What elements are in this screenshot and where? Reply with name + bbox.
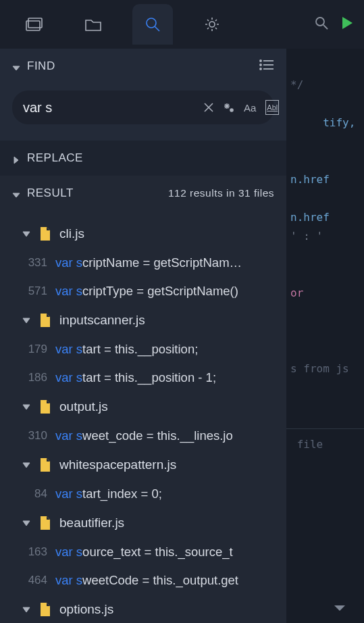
file-icon (39, 602, 51, 617)
svg-line-6 (323, 25, 328, 29)
panels-tab[interactable] (14, 4, 54, 45)
svg-marker-8 (13, 66, 20, 70)
search-tab[interactable] (132, 4, 173, 45)
svg-point-2 (147, 18, 156, 28)
svg-marker-24 (23, 521, 30, 526)
match-code: var start_index = 0; (55, 487, 286, 501)
svg-marker-19 (13, 193, 20, 197)
chevron-down-icon (22, 605, 31, 614)
match-row[interactable]: 179var start = this.__position; (0, 335, 286, 364)
svg-marker-7 (342, 17, 353, 29)
file-row[interactable]: inputscanner.js (0, 305, 286, 335)
svg-point-17 (230, 109, 233, 111)
match-row[interactable]: 331var scriptName = getScriptNam… (0, 249, 286, 277)
file-icon (39, 516, 51, 530)
line-number: 186 (22, 371, 47, 384)
svg-marker-18 (14, 157, 18, 164)
file-name: beautifier.js (59, 516, 124, 530)
find-input[interactable] (23, 100, 194, 116)
settings-tab[interactable] (192, 4, 232, 45)
find-header[interactable]: FIND (0, 49, 286, 84)
line-number: 84 (22, 487, 47, 501)
replace-label: REPLACE (27, 151, 83, 165)
match-code: var sweetCode = this._output.get (55, 573, 286, 588)
match-row[interactable]: 84var start_index = 0; (0, 480, 286, 508)
line-number: 571 (22, 284, 47, 298)
match-case-toggle[interactable]: Aa (244, 100, 256, 115)
line-number: 464 (22, 574, 47, 587)
find-label: FIND (27, 59, 55, 73)
svg-point-13 (260, 64, 261, 66)
match-row[interactable]: 464var sweetCode = this._output.get (0, 566, 286, 595)
chevron-down-icon (12, 62, 20, 70)
file-name: cli.js (59, 226, 84, 241)
editor-background: */ tify, n.href n.href ' : ' or s from j… (286, 49, 364, 623)
match-code: var scriptType = getScriptName() (55, 284, 286, 299)
wildcard-icon[interactable] (224, 100, 234, 115)
chevron-down-icon (22, 402, 31, 412)
editor-divider (286, 428, 364, 429)
regex-toggle[interactable]: Abl (265, 100, 279, 115)
svg-point-5 (316, 18, 324, 26)
find-input-wrap: Aa Abl (12, 91, 274, 124)
match-row[interactable]: 186var start = this.__position - 1; (0, 364, 286, 392)
clear-icon[interactable] (203, 100, 214, 115)
line-number: 163 (22, 545, 47, 559)
file-row[interactable]: output.js (0, 392, 286, 422)
file-icon (39, 313, 51, 328)
svg-marker-20 (23, 232, 30, 236)
svg-line-3 (155, 26, 159, 31)
chevron-right-icon (12, 154, 20, 162)
file-row[interactable]: options.js (0, 595, 286, 623)
chevron-down-icon (22, 518, 31, 528)
svg-point-14 (260, 68, 261, 70)
chevron-down-icon (22, 460, 31, 470)
file-name: options.js (59, 602, 113, 617)
search-panel: FIND Aa Abl REPLACE RESULT 112 (0, 49, 286, 623)
file-name: output.js (59, 399, 108, 414)
svg-marker-21 (23, 318, 30, 323)
result-header[interactable]: RESULT 112 results in 31 files (0, 176, 286, 211)
svg-marker-22 (23, 405, 30, 409)
line-number: 331 (22, 256, 47, 270)
dropdown-icon[interactable] (334, 605, 345, 611)
result-label: RESULT (27, 186, 74, 200)
match-code: var start = this.__position - 1; (55, 370, 286, 385)
files-tab[interactable] (73, 4, 113, 45)
chevron-down-icon (22, 316, 31, 325)
file-row[interactable]: beautifier.js (0, 508, 286, 538)
result-count: 112 results in 31 files (168, 187, 274, 199)
file-name: whitespacepattern.js (59, 457, 176, 472)
svg-marker-25 (23, 607, 30, 612)
svg-point-12 (260, 60, 261, 61)
file-row[interactable]: whitespacepattern.js (0, 450, 286, 480)
replace-header[interactable]: REPLACE (0, 141, 286, 176)
match-row[interactable]: 163var source_text = this._source_t (0, 538, 286, 566)
file-name: inputscanner.js (59, 313, 145, 328)
match-code: var start = this.__position; (55, 342, 286, 357)
chevron-down-icon (22, 229, 31, 239)
file-icon (39, 457, 51, 472)
editor-right-icons (314, 16, 353, 33)
match-code: var sweet_code = this.__lines.jo (55, 428, 286, 443)
match-row[interactable]: 310var sweet_code = this.__lines.jo (0, 422, 286, 450)
file-row[interactable]: cli.js (0, 219, 286, 249)
results-list: cli.js331var scriptName = getScriptNam…5… (0, 211, 286, 623)
find-input-row: Aa Abl (0, 84, 286, 141)
match-row[interactable]: 571var scriptType = getScriptName() (0, 277, 286, 305)
run-icon[interactable] (341, 16, 353, 32)
line-number: 310 (22, 429, 47, 443)
find-in-file-icon[interactable] (314, 16, 329, 33)
svg-marker-23 (23, 463, 30, 468)
chevron-down-icon (12, 189, 20, 197)
top-toolbar (0, 0, 364, 49)
match-code: var source_text = this._source_t (55, 545, 286, 559)
line-number: 179 (22, 343, 47, 356)
file-icon (39, 226, 51, 241)
match-code: var scriptName = getScriptNam… (55, 255, 286, 270)
svg-point-4 (209, 22, 215, 27)
list-icon[interactable] (259, 59, 274, 74)
file-icon (39, 399, 51, 414)
